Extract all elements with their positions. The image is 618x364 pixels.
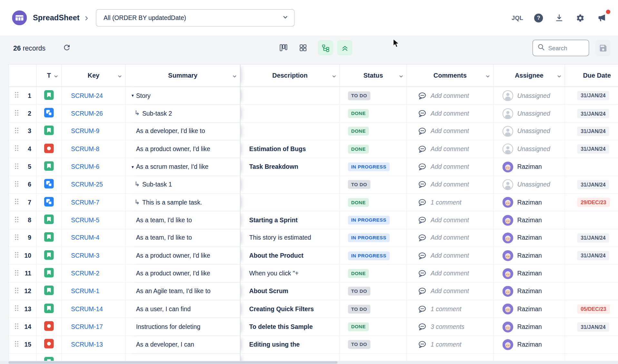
- column-header-summary[interactable]: Summary: [126, 64, 240, 86]
- description-cell[interactable]: Creating Quick Filters: [240, 301, 340, 318]
- drag-handle-icon[interactable]: [15, 145, 19, 153]
- description-cell[interactable]: [240, 176, 340, 193]
- issue-key-link[interactable]: SCRUM-3: [71, 252, 99, 259]
- summary-cell[interactable]: ▾ ↳ As a team, I'd like to: [126, 212, 240, 229]
- status-cell[interactable]: IN PROGRESS: [340, 229, 407, 247]
- assignee-cell[interactable]: Unassigned: [494, 123, 565, 140]
- due-date-cell[interactable]: [565, 283, 618, 300]
- drag-handle-icon[interactable]: [15, 91, 19, 100]
- issue-key-link[interactable]: SCRUM-2: [71, 270, 99, 277]
- summary-cell[interactable]: ▾ ↳ As an Agile team, I'd like to: [126, 283, 240, 300]
- summary-cell[interactable]: ▾ ↳ As a product owner, I'd like: [126, 265, 240, 282]
- issue-type-cell[interactable]: [36, 123, 62, 140]
- column-header-description[interactable]: Description: [240, 64, 340, 86]
- table-row[interactable]: 3 SCRUM-9 ▾ ↳ As a developer, I'd like t…: [9, 123, 618, 140]
- status-cell[interactable]: TO DO: [340, 176, 407, 193]
- description-cell[interactable]: To delete this Sample: [240, 318, 340, 336]
- status-cell[interactable]: IN PROGRESS: [340, 158, 407, 176]
- assignee-cell[interactable]: Unassigned: [494, 87, 565, 104]
- drag-handle-icon[interactable]: [15, 109, 19, 118]
- issue-type-cell[interactable]: [36, 176, 62, 193]
- collapse-all-button[interactable]: [337, 40, 352, 55]
- issue-key-link[interactable]: SCRUM-25: [71, 181, 103, 188]
- assignee-cell[interactable]: Unassigned: [494, 140, 565, 158]
- description-cell[interactable]: Starting a Sprint: [240, 212, 340, 229]
- summary-cell[interactable]: ▾ ↳ This is a sample task.: [126, 194, 240, 211]
- comments-cell[interactable]: Add comment: [407, 123, 494, 140]
- table-row[interactable]: 13 SCRUM-14 ▾ ↳ As a user, I can find Cr…: [9, 301, 618, 318]
- table-row[interactable]: 8 SCRUM-5 ▾ ↳ As a team, I'd like to Sta…: [9, 212, 618, 229]
- issue-type-cell[interactable]: [36, 212, 62, 229]
- refresh-button[interactable]: [63, 43, 71, 53]
- table-row[interactable]: 11 SCRUM-2 ▾ ↳ As a product owner, I'd l…: [9, 265, 618, 283]
- issue-key-cell[interactable]: SCRUM-24: [62, 87, 126, 104]
- summary-cell[interactable]: ▾ ↳: [126, 354, 240, 361]
- summary-cell[interactable]: ▾ ↳ Sub-task 1: [126, 176, 240, 193]
- status-cell[interactable]: TO DO: [340, 283, 407, 300]
- assignee-cell[interactable]: Raziman: [494, 301, 565, 318]
- due-date-cell[interactable]: 31/JAN/24: [565, 318, 618, 336]
- assignee-cell[interactable]: Raziman: [494, 229, 565, 247]
- issue-key-cell[interactable]: SCRUM-8: [62, 140, 126, 158]
- issue-key-cell[interactable]: SCRUM-13: [62, 336, 126, 353]
- column-header-type[interactable]: T: [36, 64, 62, 86]
- comments-cell[interactable]: Add comment: [407, 105, 494, 122]
- issue-type-cell[interactable]: [36, 87, 62, 104]
- expand-toggle-icon[interactable]: ▾: [129, 164, 136, 169]
- issue-key-link[interactable]: SCRUM-8: [71, 145, 99, 152]
- summary-cell[interactable]: ▾ ↳ As a team, I'd like to: [126, 229, 240, 247]
- grid-view-button[interactable]: [295, 40, 310, 55]
- status-cell[interactable]: IN PROGRESS: [340, 247, 407, 264]
- drag-handle-icon[interactable]: [15, 216, 19, 224]
- drag-handle-icon[interactable]: [15, 198, 19, 206]
- issue-type-cell[interactable]: [36, 158, 62, 176]
- status-lozenge[interactable]: DONE: [348, 269, 369, 278]
- issue-type-cell[interactable]: [36, 265, 62, 282]
- table-row[interactable]: 7 SCRUM-7 ▾ ↳ This is a sample task. DON…: [9, 194, 618, 211]
- table-row[interactable]: ▾ ↳: [9, 354, 618, 361]
- column-header-due-date[interactable]: Due Date: [565, 64, 618, 86]
- column-header-comments[interactable]: Comments: [407, 64, 494, 86]
- due-date-cell[interactable]: 31/JAN/24: [565, 140, 618, 158]
- sort-chevron-icon[interactable]: [557, 73, 562, 81]
- due-date-cell[interactable]: [565, 265, 618, 282]
- issue-key-cell[interactable]: SCRUM-9: [62, 123, 126, 140]
- jql-button[interactable]: JQL: [512, 14, 523, 21]
- issue-key-link[interactable]: SCRUM-24: [71, 92, 103, 99]
- issue-key-cell[interactable]: SCRUM-26: [62, 105, 126, 122]
- issue-type-cell[interactable]: [36, 318, 62, 336]
- sort-chevron-icon[interactable]: [54, 73, 59, 81]
- description-cell[interactable]: This story is estimated: [240, 229, 340, 247]
- due-date-cell[interactable]: 31/JAN/24: [565, 247, 618, 264]
- help-icon[interactable]: ?: [534, 14, 543, 22]
- comments-cell[interactable]: Add comment: [407, 176, 494, 193]
- save-button[interactable]: [595, 40, 610, 56]
- status-lozenge[interactable]: TO DO: [348, 180, 370, 189]
- table-row[interactable]: 2 SCRUM-26 ▾ ↳ Sub-task 2 DONE Add comme…: [9, 105, 618, 122]
- assignee-cell[interactable]: Raziman: [494, 336, 565, 353]
- description-cell[interactable]: Task Breakdown: [240, 158, 340, 176]
- issue-key-link[interactable]: SCRUM-4: [71, 234, 99, 241]
- comments-cell[interactable]: Add comment: [407, 247, 494, 264]
- search-box[interactable]: [533, 40, 589, 56]
- issue-key-link[interactable]: SCRUM-6: [71, 163, 99, 170]
- assignee-cell[interactable]: Raziman: [494, 318, 565, 336]
- issue-key-cell[interactable]: SCRUM-5: [62, 212, 126, 229]
- status-lozenge[interactable]: IN PROGRESS: [348, 251, 389, 260]
- status-cell[interactable]: DONE: [340, 123, 407, 140]
- assignee-cell[interactable]: Raziman: [494, 212, 565, 229]
- status-cell[interactable]: DONE: [340, 194, 407, 211]
- description-cell[interactable]: Editing using the: [240, 336, 340, 353]
- status-cell[interactable]: TO DO: [340, 301, 407, 318]
- download-button[interactable]: [554, 13, 564, 23]
- column-header-rownum[interactable]: [9, 64, 36, 86]
- issue-key-link[interactable]: SCRUM-13: [71, 341, 103, 348]
- comments-cell[interactable]: Add comment: [407, 283, 494, 300]
- sort-chevron-icon[interactable]: [398, 73, 404, 81]
- due-date-cell[interactable]: 31/JAN/24: [565, 229, 618, 247]
- table-row[interactable]: 10 SCRUM-3 ▾ ↳ As a product owner, I'd l…: [9, 247, 618, 265]
- status-lozenge[interactable]: TO DO: [348, 340, 370, 349]
- status-cell[interactable]: DONE: [340, 265, 407, 282]
- summary-cell[interactable]: ▾ ↳ Story: [126, 87, 240, 104]
- issue-key-cell[interactable]: SCRUM-6: [62, 158, 126, 176]
